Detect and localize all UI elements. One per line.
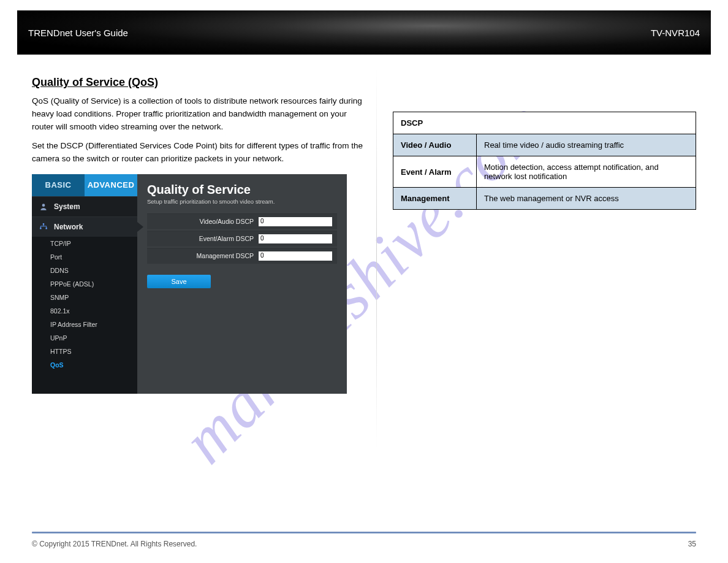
- shot-main: Quality of Service Setup traffic priorit…: [137, 174, 347, 394]
- row-value: The web management or NVR access: [477, 188, 696, 210]
- sidebar-item-port[interactable]: Port: [32, 250, 137, 264]
- table-header: DSCP: [393, 112, 696, 134]
- page-body: Quality of Service (QoS) QoS (Quality of…: [32, 67, 696, 538]
- row-value: Motion detection, access attempt notific…: [477, 156, 696, 188]
- field-input[interactable]: 0: [259, 217, 332, 226]
- section-heading: Quality of Service (QoS): [32, 76, 366, 89]
- table-row: Management The web management or NVR acc…: [393, 188, 696, 210]
- field-input[interactable]: 0: [259, 251, 332, 261]
- field-input[interactable]: 0: [259, 234, 332, 243]
- svg-rect-2: [40, 228, 41, 229]
- sidebar-item-ip-address-filter[interactable]: IP Address Filter: [32, 318, 137, 331]
- sidebar-item-ddns[interactable]: DDNS: [32, 264, 137, 277]
- qos-screenshot: BASIC ADVANCED System Network: [32, 174, 347, 394]
- paragraph-1: QoS (Quality of Service) is a collection…: [32, 95, 366, 134]
- page-banner: TRENDnet User's Guide TV-NVR104: [17, 10, 711, 55]
- svg-point-0: [42, 204, 45, 207]
- row-label: Event / Alarm: [393, 156, 477, 188]
- form-row: Management DSCP0: [147, 248, 337, 264]
- field-label: Video/Audio DSCP: [152, 218, 259, 225]
- sidebar-item-https[interactable]: HTTPS: [32, 345, 137, 358]
- sidebar-item-pppoe-adsl-[interactable]: PPPoE (ADSL): [32, 277, 137, 291]
- sidebar-item-qos[interactable]: QoS: [32, 358, 137, 372]
- network-icon: [38, 223, 49, 231]
- sidebar-sublist: TCP/IPPortDDNSPPPoE (ADSL)SNMP802.1xIP A…: [32, 237, 137, 372]
- shot-sidebar: BASIC ADVANCED System Network: [32, 174, 137, 394]
- banner-left-text: TRENDnet User's Guide: [28, 28, 128, 38]
- sidebar-item-tcp-ip[interactable]: TCP/IP: [32, 237, 137, 250]
- paragraph-2: Set the DSCP (Differentiated Services Co…: [32, 140, 366, 166]
- sidebar-item-upnp[interactable]: UPnP: [32, 331, 137, 345]
- shot-subtitle: Setup traffic prioritization to smooth v…: [147, 198, 337, 205]
- sidebar-group-network[interactable]: Network: [32, 216, 137, 237]
- save-button[interactable]: Save: [147, 275, 211, 288]
- left-column: Quality of Service (QoS) QoS (Quality of…: [32, 67, 366, 394]
- field-label: Management DSCP: [152, 252, 259, 259]
- form-row: Video/Audio DSCP0: [147, 213, 337, 229]
- row-label: Management: [393, 188, 477, 210]
- group-system-label: System: [54, 202, 80, 211]
- field-label: Event/Alarm DSCP: [152, 235, 259, 242]
- sidebar-item-802-1x[interactable]: 802.1x: [32, 304, 137, 318]
- group-network-label: Network: [54, 223, 83, 231]
- svg-rect-1: [43, 223, 44, 224]
- table-row: Event / Alarm Motion detection, access a…: [393, 156, 696, 188]
- sidebar-group-system[interactable]: System: [32, 196, 137, 216]
- footer-rule: [32, 532, 696, 534]
- table-row: Video / Audio Real time video / audio st…: [393, 134, 696, 156]
- tab-advanced[interactable]: ADVANCED: [85, 174, 137, 196]
- row-value: Real time video / audio streaming traffi…: [477, 134, 696, 156]
- footer: © Copyright 2015 TRENDnet. All Rights Re…: [32, 540, 696, 548]
- shot-tabs: BASIC ADVANCED: [32, 174, 137, 196]
- copyright: © Copyright 2015 TRENDnet. All Rights Re…: [32, 540, 197, 548]
- sidebar-item-snmp[interactable]: SNMP: [32, 291, 137, 304]
- shot-title: Quality of Service: [147, 183, 337, 197]
- form-row: Event/Alarm DSCP0: [147, 231, 337, 247]
- svg-rect-3: [46, 228, 47, 229]
- row-label: Video / Audio: [393, 134, 477, 156]
- banner-right-text: TV-NVR104: [651, 28, 700, 38]
- user-icon: [38, 202, 49, 211]
- page-number: 35: [688, 540, 696, 548]
- column-divider: [376, 67, 377, 448]
- tab-basic[interactable]: BASIC: [32, 174, 85, 196]
- dscp-table: DSCP Video / Audio Real time video / aud…: [393, 112, 696, 210]
- right-column: DSCP Video / Audio Real time video / aud…: [393, 67, 696, 394]
